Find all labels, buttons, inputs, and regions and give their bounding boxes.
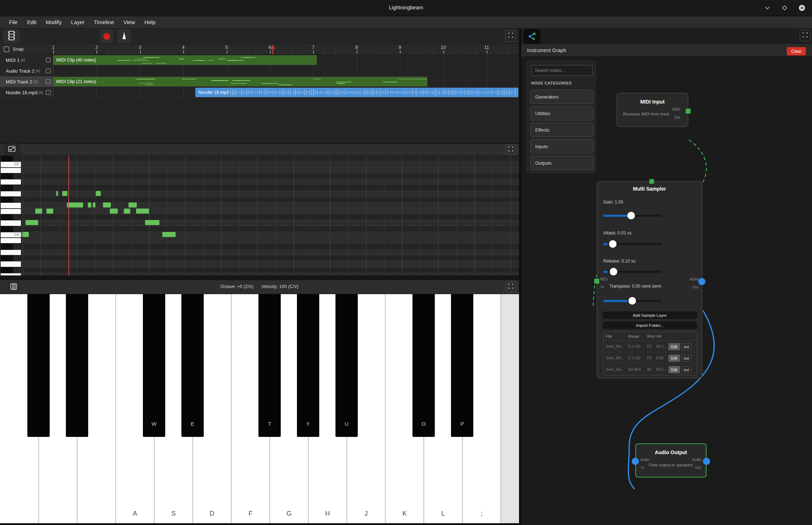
black-key[interactable] (27, 294, 50, 437)
gain-slider-thumb[interactable] (627, 212, 635, 219)
mini-white-key[interactable] (1, 209, 21, 214)
mini-black-key[interactable] (1, 214, 13, 220)
track-header-midi-1[interactable]: MIDI 1[A]- (0, 55, 53, 65)
add-sample-layer-button[interactable]: Add Sample Layer (603, 311, 697, 319)
snap-checkbox[interactable] (4, 46, 9, 52)
pianoroll-row[interactable] (0, 255, 519, 261)
black-key-T[interactable]: T (258, 294, 281, 437)
mini-black-key[interactable] (1, 267, 13, 273)
track-row[interactable]: Noodle 18.mp3Noodle 18.mp3[A]- (0, 87, 519, 98)
midi-note[interactable] (62, 191, 67, 196)
track-checkbox[interactable]: - (46, 79, 51, 84)
midi-note[interactable] (124, 209, 130, 214)
clip-audio[interactable]: Noodle 18.mp3 (195, 88, 518, 97)
node-multi-sampler[interactable]: Multi Sampler Gain: 1.00 Attack: 0.01 ss… (597, 181, 702, 378)
menu-item-help[interactable]: Help (140, 18, 159, 27)
graph-expand-button[interactable] (800, 30, 811, 41)
release-slider-thumb[interactable] (610, 268, 617, 275)
attack-slider[interactable] (603, 243, 662, 245)
mini-white-key[interactable] (1, 191, 21, 196)
midi-note[interactable] (136, 209, 149, 214)
midi-note[interactable] (88, 202, 91, 207)
pianoroll-row[interactable] (0, 226, 519, 232)
black-key[interactable] (66, 294, 88, 437)
category-outputs[interactable]: Outputs (530, 156, 594, 170)
midi-note[interactable] (67, 202, 83, 207)
pianoroll-row[interactable] (0, 209, 519, 214)
graph-view-button[interactable] (524, 29, 541, 45)
menu-item-modify[interactable]: Modify (42, 18, 66, 27)
pianoroll-grid[interactable]: C5C4 (0, 156, 519, 275)
keyboard-expand-button[interactable] (505, 282, 516, 292)
release-slider[interactable] (603, 271, 662, 273)
mini-white-key[interactable] (1, 250, 21, 255)
category-inputs[interactable]: Inputs (530, 139, 594, 154)
pianoroll-row[interactable] (0, 261, 519, 267)
midi-note[interactable] (46, 209, 53, 214)
mini-black-key[interactable] (1, 185, 13, 191)
mini-white-key[interactable] (1, 220, 21, 225)
track-row[interactable]: MIDI Clip (40 notes)MIDI 1[A]- (0, 55, 519, 65)
search-input[interactable] (531, 65, 592, 76)
mini-black-key[interactable] (1, 156, 13, 161)
pianoroll-expand-button[interactable] (505, 145, 516, 155)
white-key-partial[interactable] (501, 294, 519, 523)
track-checkbox[interactable]: - (46, 58, 51, 63)
menu-item-edit[interactable]: Edit (23, 18, 40, 27)
node-audio-output[interactable]: Audio Output Final output to speakers Au… (635, 443, 707, 478)
delete-sample-button[interactable]: Del (681, 343, 691, 350)
pianoroll-row[interactable]: C5 (0, 161, 519, 167)
delete-sample-button[interactable]: Del (681, 366, 691, 373)
black-key-W[interactable]: W (143, 294, 165, 437)
midi-note[interactable] (35, 209, 42, 214)
pianoroll-row[interactable] (0, 273, 519, 275)
pianoroll-row[interactable]: C4 (0, 232, 519, 238)
track-checkbox[interactable]: - (46, 68, 51, 73)
track-area[interactable]: MIDI Clip (40 notes)MIDI 1[A]-Audio Trac… (0, 55, 519, 143)
edit-sample-button[interactable]: Edit (668, 355, 680, 362)
track-row[interactable]: MIDI Clip (21 notes)MIDI Track 2[A]- (0, 76, 519, 87)
menu-item-layer[interactable]: Layer (67, 18, 89, 27)
pianoroll-row[interactable] (0, 156, 519, 161)
mini-white-key[interactable] (1, 238, 21, 243)
pianoroll-row[interactable] (0, 250, 519, 255)
midi-note[interactable] (145, 220, 159, 225)
midi-note[interactable] (128, 202, 137, 207)
pianoroll-row[interactable] (0, 220, 519, 226)
pianoroll-row[interactable] (0, 185, 519, 191)
pianoroll-row[interactable] (0, 238, 519, 243)
pianoroll-row[interactable] (0, 197, 519, 202)
black-key-E[interactable]: E (181, 294, 204, 437)
category-utilities[interactable]: Utilities (530, 106, 594, 120)
pianoroll-row[interactable] (0, 168, 519, 173)
virtual-keyboard[interactable]: ASDFGHJKL;WETYUOP (0, 294, 519, 525)
metronome-button[interactable] (117, 29, 131, 44)
track-header-midi-track-2[interactable]: MIDI Track 2[A]- (0, 76, 53, 87)
midi-note[interactable] (103, 202, 111, 207)
transpose-slider-thumb[interactable] (628, 297, 636, 305)
track-checkbox[interactable]: - (46, 90, 51, 95)
black-key-U[interactable]: U (335, 294, 358, 437)
clip-midi[interactable]: MIDI Clip (40 notes) (53, 55, 317, 65)
midi-in-port[interactable] (594, 279, 599, 284)
pianoroll-row[interactable] (0, 191, 519, 197)
black-key-Y[interactable]: Y (297, 294, 319, 437)
close-icon[interactable] (798, 4, 806, 12)
midi-note[interactable] (56, 191, 58, 196)
film-library-button[interactable] (3, 29, 20, 44)
pianoroll-row[interactable] (0, 179, 519, 185)
import-folder-button[interactable]: Import Folder... (603, 321, 697, 329)
midi-note[interactable] (26, 220, 38, 225)
menu-item-file[interactable]: File (5, 18, 22, 27)
mini-black-key[interactable] (1, 197, 13, 202)
black-key-P[interactable]: P (451, 294, 473, 437)
mini-black-key[interactable] (1, 173, 13, 179)
maximize-icon[interactable] (780, 4, 789, 12)
mini-black-key[interactable] (1, 255, 13, 261)
mini-black-key[interactable] (1, 226, 13, 232)
track-header-noodle-18-mp3[interactable]: Noodle 18.mp3[A]- (0, 87, 53, 98)
gain-slider[interactable] (603, 215, 662, 217)
timeline-expand-button[interactable] (505, 30, 516, 42)
menu-item-view[interactable]: View (119, 18, 139, 27)
record-button[interactable] (100, 29, 113, 44)
